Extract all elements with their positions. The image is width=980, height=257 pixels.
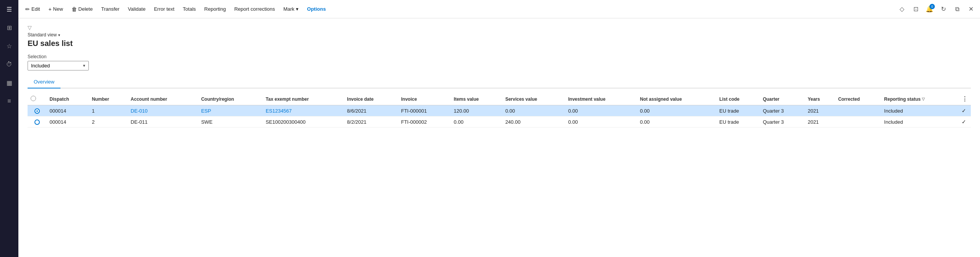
- main-panel: ✏ Edit + New 🗑 Delete Transfer Validate …: [18, 0, 980, 257]
- selection-dropdown-arrow: ▾: [83, 63, 85, 68]
- cell-number-2: 2: [89, 116, 127, 128]
- favorites-nav-icon[interactable]: ☆: [0, 37, 18, 55]
- cell-investment-value-1: 0.00: [565, 105, 637, 116]
- col-header-number: Number: [89, 93, 127, 105]
- cell-items-value-1: 120.00: [451, 105, 502, 116]
- col-header-dispatch: Dispatch: [47, 93, 89, 105]
- left-nav: ☰ ⊞ ☆ ⏱ ▦ ≡: [0, 0, 18, 257]
- col-header-account-number: Account number: [127, 93, 198, 105]
- cell-not-assigned-value-2: 0.00: [637, 116, 716, 128]
- delete-button[interactable]: 🗑 Delete: [68, 5, 97, 14]
- report-corrections-button[interactable]: Report corrections: [230, 5, 279, 13]
- filter-row: ▽: [28, 25, 971, 31]
- cell-dispatch-1: 000014: [47, 105, 89, 116]
- col-header-not-assigned-value: Not assigned value: [637, 93, 716, 105]
- view-selector[interactable]: Standard view ▾: [28, 32, 971, 38]
- new-icon: +: [48, 6, 51, 12]
- cell-list-code-1: EU trade: [716, 105, 760, 116]
- edit-icon: ✏: [25, 6, 30, 12]
- toolbar-right: ◇ ⊡ 🔔 0 ↻ ⧉ ✕: [896, 3, 977, 15]
- radio-empty-icon: [34, 119, 40, 125]
- cell-invoice-date-2: 8/2/2021: [344, 116, 398, 128]
- workspaces-nav-icon[interactable]: ▦: [0, 74, 18, 92]
- reporting-button[interactable]: Reporting: [201, 5, 230, 13]
- cell-investment-value-2: 0.00: [565, 116, 637, 128]
- col-header-services-value: Services value: [502, 93, 565, 105]
- cell-reporting-status-1: Included: [881, 105, 959, 116]
- cell-dispatch-2: 000014: [47, 116, 89, 128]
- col-header-actions: ⋮: [959, 93, 971, 105]
- reporting-status-filter-icon[interactable]: ▽: [922, 97, 925, 101]
- notification-button[interactable]: 🔔 0: [923, 3, 936, 15]
- eu-sales-table: Dispatch Number Account number Country/r…: [28, 93, 971, 128]
- radio-filled-icon: [34, 108, 40, 114]
- cell-actions-2: ✓: [959, 116, 971, 128]
- error-text-button[interactable]: Error text: [150, 5, 178, 13]
- row-check-icon-2: ✓: [962, 119, 966, 125]
- col-header-invoice: Invoice: [398, 93, 451, 105]
- cell-tax-exempt-1[interactable]: ES1234567: [263, 105, 344, 116]
- table-wrapper: Dispatch Number Account number Country/r…: [28, 93, 971, 128]
- cell-list-code-2: EU trade: [716, 116, 760, 128]
- cell-services-value-1: 0.00: [502, 105, 565, 116]
- tab-overview[interactable]: Overview: [28, 77, 60, 88]
- hamburger-button[interactable]: ☰: [0, 0, 18, 18]
- cell-not-assigned-value-1: 0.00: [637, 105, 716, 116]
- mark-dropdown-icon: ▾: [296, 6, 299, 12]
- home-nav-icon[interactable]: ⊞: [0, 18, 18, 37]
- table-row[interactable]: 000014 2 DE-011 SWE SE100200300400 8/2/2…: [28, 116, 971, 128]
- cell-quarter-2: Quarter 3: [760, 116, 805, 128]
- col-header-items-value: Items value: [451, 93, 502, 105]
- col-header-tax-exempt-number: Tax exempt number: [263, 93, 344, 105]
- content-area: ▽ Standard view ▾ EU sales list Selectio…: [18, 18, 980, 257]
- edit-button[interactable]: ✏ Edit: [21, 5, 44, 14]
- cell-services-value-2: 240.00: [502, 116, 565, 128]
- selection-select[interactable]: Included All Excluded Not included: [31, 63, 83, 69]
- cell-quarter-1: Quarter 3: [760, 105, 805, 116]
- column-options-icon[interactable]: ⋮: [962, 96, 968, 102]
- refresh-button[interactable]: ↻: [937, 3, 949, 15]
- col-header-reporting-status: Reporting status ▽: [881, 93, 959, 105]
- notification-badge: 0: [929, 4, 935, 9]
- view-selector-chevron: ▾: [58, 33, 60, 37]
- panel-toggle-button[interactable]: ⊡: [910, 3, 922, 15]
- transfer-button[interactable]: Transfer: [97, 5, 123, 13]
- selection-label: Selection: [28, 54, 971, 59]
- cell-account-number-2: DE-011: [127, 116, 198, 128]
- close-button[interactable]: ✕: [965, 3, 977, 15]
- col-header-investment-value: Investment value: [565, 93, 637, 105]
- validate-button[interactable]: Validate: [124, 5, 149, 13]
- row-radio-1[interactable]: [28, 105, 47, 116]
- selection-dropdown-wrapper[interactable]: Included All Excluded Not included ▾: [28, 61, 89, 70]
- options-button[interactable]: Options: [303, 5, 330, 13]
- cell-invoice-date-1: 8/6/2021: [344, 105, 398, 116]
- row-radio-2[interactable]: [28, 116, 47, 128]
- col-header-list-code: List code: [716, 93, 760, 105]
- totals-button[interactable]: Totals: [179, 5, 200, 13]
- cell-country-2: SWE: [198, 116, 263, 128]
- diamond-icon-button[interactable]: ◇: [896, 3, 908, 15]
- cell-corrected-2: [835, 116, 881, 128]
- delete-icon: 🗑: [72, 6, 77, 12]
- filter-icon[interactable]: ▽: [28, 25, 32, 31]
- tabs: Overview: [28, 77, 971, 88]
- modules-nav-icon[interactable]: ≡: [0, 92, 18, 110]
- cell-country-1[interactable]: ESP: [198, 105, 263, 116]
- cell-number-1: 1: [89, 105, 127, 116]
- cell-years-2: 2021: [805, 116, 835, 128]
- table-row[interactable]: 000014 1 DE-010 ESP ES1234567 8/6/2021 F…: [28, 105, 971, 116]
- cell-actions-1: ✓: [959, 105, 971, 116]
- recent-nav-icon[interactable]: ⏱: [0, 55, 18, 74]
- cell-corrected-1: [835, 105, 881, 116]
- col-header-country-region: Country/region: [198, 93, 263, 105]
- cell-invoice-1: FTI-000001: [398, 105, 451, 116]
- cell-account-number-1[interactable]: DE-010: [127, 105, 198, 116]
- restore-button[interactable]: ⧉: [951, 3, 963, 15]
- col-header-radio: [28, 93, 47, 105]
- mark-button[interactable]: Mark ▾: [279, 5, 302, 13]
- new-button[interactable]: + New: [44, 5, 67, 14]
- cell-items-value-2: 0.00: [451, 116, 502, 128]
- page-title: EU sales list: [28, 39, 971, 48]
- cell-tax-exempt-2: SE100200300400: [263, 116, 344, 128]
- table-header-row: Dispatch Number Account number Country/r…: [28, 93, 971, 105]
